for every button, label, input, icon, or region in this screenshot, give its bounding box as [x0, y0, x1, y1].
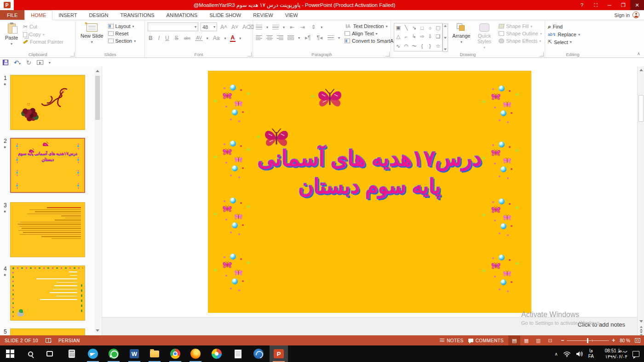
shape-down-arrow-icon[interactable]: ⇩: [428, 34, 432, 40]
taskbar-navigator-app[interactable]: [249, 345, 268, 362]
tab-view[interactable]: VIEW: [279, 10, 304, 20]
strikethrough-button[interactable]: S: [174, 35, 179, 41]
reading-view-button[interactable]: ▥: [532, 335, 544, 345]
quick-styles-button[interactable]: Quick Styles▾: [473, 23, 496, 51]
volume-icon[interactable]: [576, 351, 583, 357]
subscript-button[interactable]: abc: [183, 36, 192, 40]
tab-slideshow[interactable]: SLIDE SHOW: [203, 10, 247, 20]
new-slide-button[interactable]: New Slide ▾: [79, 23, 105, 45]
slide-4-thumbnail[interactable]: [10, 266, 85, 321]
thumbnail-scrollbar[interactable]: [94, 68, 101, 333]
shrink-font-icon[interactable]: A˅: [230, 24, 239, 30]
taskbar-file-explorer[interactable]: [145, 345, 164, 362]
shape-right-brace-icon[interactable]: }: [429, 43, 431, 49]
scroll-down-icon[interactable]: [96, 329, 99, 332]
shape-rectangle-icon[interactable]: □: [420, 25, 424, 31]
comments-toggle[interactable]: COMMENTS: [468, 338, 504, 343]
customize-qat-icon[interactable]: ▾: [49, 61, 51, 65]
normal-view-button[interactable]: ▤: [508, 335, 520, 345]
tab-transitions[interactable]: TRANSITIONS: [115, 10, 161, 20]
tab-animations[interactable]: ANIMATIONS: [161, 10, 204, 20]
slide-sorter-view-button[interactable]: ▦: [520, 335, 532, 345]
line-spacing-icon[interactable]: ⇕: [310, 24, 316, 30]
tab-review[interactable]: REVIEW: [247, 10, 279, 20]
slide-5-thumbnail[interactable]: [10, 328, 85, 335]
arrange-button[interactable]: Arrange▾: [453, 23, 470, 45]
cut-button[interactable]: ✂Cut: [23, 23, 63, 30]
shapes-gallery[interactable]: ▣ ╲ ↘ □ ○ ▢ △ ⌐ ↳ ⇨ ⇩ ❏ ∿ ◠ 〜 { } ☆: [394, 23, 443, 51]
taskbar-chrome[interactable]: [166, 345, 184, 362]
spell-check-icon[interactable]: [46, 338, 51, 343]
shapes-gallery-scroll[interactable]: [443, 23, 448, 52]
collapse-ribbon-icon[interactable]: ∧: [637, 51, 640, 56]
start-slideshow-icon[interactable]: [37, 60, 43, 65]
font-dialog-launcher-icon[interactable]: [247, 52, 252, 57]
save-icon[interactable]: [3, 60, 8, 65]
sign-in[interactable]: Sign in: [614, 10, 644, 20]
undo-icon[interactable]: ↶▾: [14, 59, 21, 66]
start-button[interactable]: [1, 345, 19, 362]
shape-fill-button[interactable]: Shape Fill▾: [499, 23, 542, 29]
help-icon[interactable]: ?: [575, 0, 589, 10]
align-center-icon[interactable]: [266, 35, 273, 40]
scrollbar-thumb[interactable]: [638, 95, 644, 122]
redo-icon[interactable]: ↻: [26, 59, 31, 66]
shape-rounded-rectangle-icon[interactable]: ▢: [436, 25, 440, 31]
scroll-down-icon[interactable]: [639, 320, 643, 322]
shape-effects-button[interactable]: Shape Effects▾: [499, 38, 542, 44]
rtl-direction-icon[interactable]: ¶◂: [316, 34, 323, 41]
ribbon-display-options-icon[interactable]: ⛶: [589, 0, 603, 10]
minimize-button[interactable]: ─: [603, 0, 616, 10]
grow-font-icon[interactable]: A˄: [219, 24, 228, 30]
justify-icon[interactable]: [288, 35, 294, 40]
notes-pane[interactable]: Click to add notes: [102, 317, 637, 335]
taskbar-firefox[interactable]: [186, 345, 205, 362]
shape-scribble-icon[interactable]: ∿: [396, 43, 400, 49]
restore-button[interactable]: ❐: [616, 0, 630, 10]
reset-button[interactable]: Reset: [108, 31, 136, 36]
scroll-up-icon[interactable]: [639, 69, 643, 71]
shape-elbow-arrow-icon[interactable]: ↳: [412, 34, 416, 40]
shape-left-brace-icon[interactable]: {: [421, 43, 423, 49]
bold-button[interactable]: B: [148, 35, 154, 41]
shape-outline-button[interactable]: Shape Outline▾: [499, 31, 542, 36]
taskbar-notepad[interactable]: [229, 345, 247, 362]
shape-callout-icon[interactable]: ❏: [436, 34, 440, 40]
shape-arrow-icon[interactable]: ↘: [412, 25, 416, 31]
powerpoint-app-icon[interactable]: P: [0, 0, 14, 10]
language-indicator[interactable]: PERSIAN: [58, 338, 80, 343]
close-button[interactable]: ✕: [630, 0, 644, 10]
change-case-button[interactable]: Aa: [212, 35, 221, 41]
shape-triangle-icon[interactable]: △: [396, 34, 400, 40]
font-size-combo[interactable]: 48▾: [201, 23, 217, 31]
tray-expand-icon[interactable]: ∧: [554, 351, 558, 356]
layout-button[interactable]: Layout▾: [108, 23, 136, 29]
paste-button[interactable]: Paste ▾: [3, 23, 20, 47]
format-painter-button[interactable]: Format Painter: [23, 39, 63, 45]
shape-line-icon[interactable]: ╲: [405, 25, 408, 31]
tab-design[interactable]: DESIGN: [83, 10, 114, 20]
tab-insert[interactable]: INSERT: [52, 10, 83, 20]
notes-toggle[interactable]: NOTES: [440, 338, 463, 343]
taskbar-whatsapp[interactable]: [104, 345, 123, 362]
shape-oval-icon[interactable]: ○: [429, 25, 432, 31]
paragraph-dialog-launcher-icon[interactable]: [385, 52, 390, 57]
align-left-icon[interactable]: [256, 35, 262, 40]
increase-indent-icon[interactable]: ⇥: [299, 24, 306, 30]
section-button[interactable]: Section▾: [108, 38, 136, 44]
fit-slide-to-window-icon[interactable]: [635, 338, 640, 343]
taskbar-calculator[interactable]: [63, 345, 81, 362]
taskbar-word[interactable]: W: [125, 345, 144, 362]
find-button[interactable]: ⌕Find: [548, 23, 580, 30]
main-vertical-scrollbar[interactable]: [637, 67, 644, 335]
shape-arc-icon[interactable]: ◠: [404, 43, 408, 49]
ltr-direction-icon[interactable]: ▸¶: [304, 34, 311, 41]
action-center-icon[interactable]: [632, 351, 639, 357]
task-view-button[interactable]: [40, 345, 59, 362]
copy-button[interactable]: Copy▾: [23, 32, 63, 37]
scroll-up-icon[interactable]: [96, 70, 99, 72]
zoom-slider[interactable]: [567, 340, 609, 341]
clock[interactable]: ب.ظ 08:51 ۱۳۹۹/۰۶/۰۴: [599, 348, 627, 360]
italic-button[interactable]: I: [157, 35, 161, 41]
zoom-percent[interactable]: 80 %: [620, 338, 630, 343]
